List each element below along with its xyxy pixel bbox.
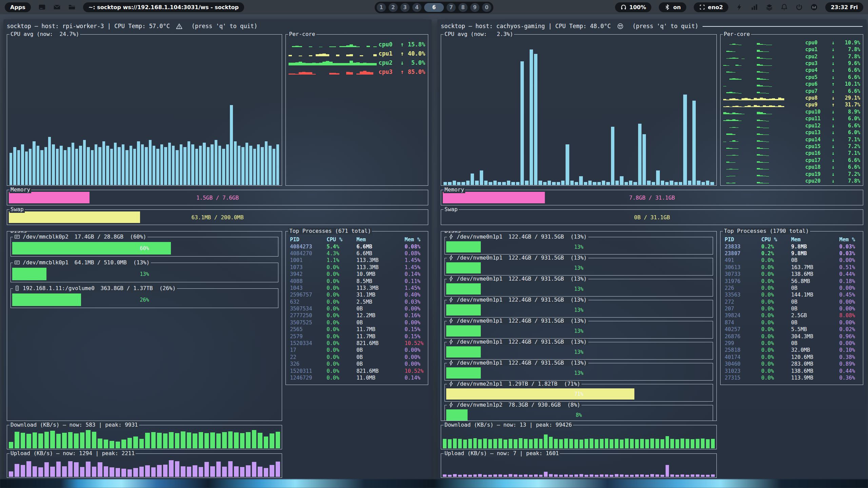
- cpu-history-bar: [83, 140, 86, 185]
- core-name: cpu10: [805, 109, 828, 115]
- process-row: 258180.0%32.0MB0.10%: [725, 347, 860, 353]
- process-pid: 491: [725, 257, 761, 263]
- spark-bar: [732, 52, 735, 52]
- core-name: cpu2: [379, 60, 397, 66]
- apps-button[interactable]: Apps: [5, 2, 31, 12]
- network-indicator[interactable]: eno2: [694, 2, 728, 12]
- mail-icon[interactable]: [53, 3, 61, 11]
- memory-panel: Memory 7.8GB / 31.1GB: [441, 190, 863, 205]
- folder-icon[interactable]: [68, 3, 76, 11]
- process-row: 25650.0%11.7MB0.15%: [290, 326, 425, 333]
- disk-usage-percent: 13%: [12, 268, 277, 280]
- cpu-history-bar: [188, 141, 190, 185]
- spark-bar: [763, 105, 766, 107]
- spark-bar: [729, 127, 732, 128]
- spark-bar: [729, 44, 732, 45]
- workspace-button-active[interactable]: 6: [424, 3, 444, 12]
- upload-rate-bar: [605, 474, 609, 477]
- spark-bar: [763, 93, 766, 93]
- process-cpu-percent: 0.0%: [761, 292, 791, 298]
- layers-icon[interactable]: [766, 3, 773, 11]
- spark-bar: [760, 183, 763, 183]
- spark-bar: [732, 44, 735, 45]
- workspace-button[interactable]: 9: [470, 3, 479, 12]
- spark-bar: [757, 64, 760, 65]
- core-sparkline: [723, 156, 803, 163]
- power-profile-icon[interactable]: [736, 3, 743, 11]
- core-trend-arrow: ↓: [830, 116, 836, 122]
- core-trend-arrow: ↓: [399, 60, 405, 66]
- bluetooth-indicator[interactable]: on: [659, 2, 686, 12]
- cpu-history-bar: [253, 149, 256, 185]
- disk-usage-info: 122.4GB / 931.5GB (13%): [505, 297, 587, 303]
- terminal-window-right[interactable]: socktop — host: cachyos-gaming | CPU Tem…: [437, 19, 867, 481]
- cpu-history-bar: [226, 144, 229, 185]
- core-sparkline: [723, 170, 803, 177]
- spark-bar: [729, 155, 732, 156]
- process-mem-percent: 0.38%: [839, 354, 860, 360]
- terminal-window-left[interactable]: socktop — host: rpi-worker-3 | CPU Temp:…: [3, 19, 432, 481]
- workspace-button[interactable]: 2: [389, 3, 398, 12]
- process-row: 304600.0%283.0MB0.89%: [725, 361, 860, 367]
- process-mem: 2.5GB: [791, 312, 839, 319]
- clock-indicator[interactable]: 23:32 Fri: [825, 2, 863, 12]
- workspace-button[interactable]: 7: [447, 3, 456, 12]
- cpu-history-bar: [597, 182, 601, 185]
- process-mem: 138.6MB: [791, 368, 839, 374]
- process-cpu-percent: 0.0%: [327, 326, 356, 332]
- volume-indicator[interactable]: 100%: [615, 2, 651, 12]
- process-row: 319760.0%56.8MB0.18%: [725, 278, 860, 284]
- spark-bar: [757, 85, 760, 86]
- upload-rate-bar: [585, 475, 588, 477]
- upload-rate-bar: [504, 475, 507, 477]
- download-rate-bar: [615, 439, 618, 448]
- spark-bar: [373, 63, 377, 66]
- process-pid: 4084270: [290, 250, 327, 257]
- download-rate-bar: [554, 439, 558, 448]
- process-row: 25967570.0%31.1MB0.40%: [290, 291, 425, 298]
- disk-usage-percent: 13%: [446, 346, 711, 358]
- spark-bar: [769, 99, 772, 100]
- cpu-history-bar: [156, 149, 159, 185]
- bluetooth-icon: [664, 4, 670, 10]
- upload-rate-bar: [564, 474, 568, 477]
- upload-rate-bar: [524, 474, 528, 477]
- process-pid: 2596757: [290, 292, 327, 298]
- process-pid: 25818: [725, 347, 761, 353]
- spark-bar: [723, 106, 726, 107]
- spark-bar: [757, 50, 760, 52]
- process-pid: 632: [290, 299, 327, 305]
- spark-bar: [760, 72, 763, 73]
- signal-bars-icon[interactable]: [751, 3, 758, 11]
- socktop-title: socktop — host: cachyos-gaming | CPU Tem…: [441, 21, 863, 31]
- spark-bar: [760, 98, 763, 100]
- process-pid: 2565: [290, 326, 327, 332]
- apps-label: Apps: [10, 4, 25, 11]
- core-row: cpu20↓7.8%: [723, 177, 860, 184]
- terminal-window-icon[interactable]: [38, 3, 46, 11]
- usage-chart-icon[interactable]: [810, 3, 818, 11]
- core-sparkline: [723, 73, 803, 80]
- memory-value: 1.5GB / 7.6GB: [7, 190, 428, 205]
- spark-bar: [370, 72, 373, 75]
- core-row: cpu6↑10.1%: [723, 80, 860, 87]
- workspace-button[interactable]: 3: [400, 3, 410, 12]
- upload-rate-bar: [463, 474, 467, 477]
- bell-icon[interactable]: [781, 3, 788, 11]
- workspace-button[interactable]: 0: [482, 3, 491, 12]
- disks-panel: Disks /dev/mmcblk0p2 17.4GB / 28.8GB (60…: [7, 231, 282, 421]
- spark-bar: [295, 74, 299, 75]
- process-cpu-percent: 0.0%: [761, 257, 791, 263]
- spark-bar: [319, 54, 322, 57]
- workspace-button[interactable]: 1: [377, 3, 386, 12]
- workspace-button[interactable]: 8: [458, 3, 468, 12]
- disk-item: /dev/nvme1n1p2 78.3GB / 930.6GB (8%)8%: [445, 405, 713, 421]
- process-mem: 120.6MB: [791, 354, 839, 360]
- active-window-title[interactable]: ~: socktop ws://192.168.1.104:3031/ws - …: [83, 2, 244, 12]
- workspace-button[interactable]: 4: [412, 3, 421, 12]
- core-row: cpu14↓7.1%: [723, 136, 860, 142]
- power-icon[interactable]: [795, 3, 803, 11]
- process-mem-percent: 0.40%: [405, 292, 425, 298]
- spark-bar: [326, 61, 329, 65]
- spark-bar: [732, 176, 735, 176]
